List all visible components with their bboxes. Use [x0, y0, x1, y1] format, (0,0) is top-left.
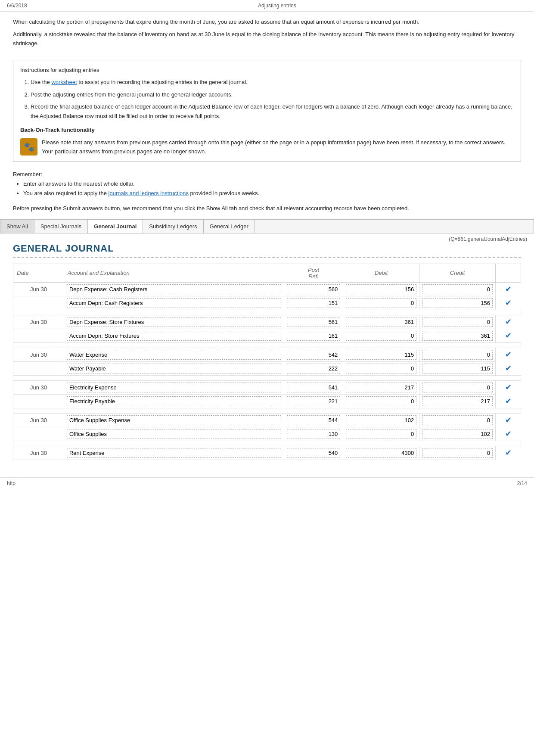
debit-cell[interactable]: [343, 446, 419, 460]
debit-input[interactable]: [346, 284, 416, 294]
post-ref-input[interactable]: [287, 383, 341, 392]
entry-date: Jun 30: [13, 413, 64, 427]
account-input[interactable]: [67, 448, 281, 458]
credit-input[interactable]: [422, 383, 493, 392]
credit-cell[interactable]: [419, 315, 496, 329]
account-cell[interactable]: [64, 427, 284, 441]
post-ref-cell[interactable]: [284, 315, 343, 329]
credit-input[interactable]: [422, 429, 493, 439]
debit-cell[interactable]: [343, 348, 419, 361]
debit-input[interactable]: [346, 331, 416, 341]
account-input[interactable]: [67, 317, 281, 327]
credit-cell[interactable]: [419, 282, 496, 296]
account-input[interactable]: [67, 284, 281, 294]
credit-cell[interactable]: [419, 394, 496, 408]
post-ref-cell[interactable]: [284, 361, 343, 375]
worksheet-link[interactable]: worksheet: [51, 79, 77, 85]
account-input[interactable]: [67, 350, 281, 360]
table-row: Jun 30 ✔: [13, 282, 521, 296]
post-ref-cell[interactable]: [284, 413, 343, 427]
debit-input[interactable]: [346, 383, 416, 392]
credit-input[interactable]: [422, 364, 493, 373]
post-ref-cell[interactable]: [284, 296, 343, 310]
credit-input[interactable]: [422, 317, 493, 327]
tab-general-journal[interactable]: General Journal: [88, 220, 143, 233]
debit-cell[interactable]: [343, 315, 419, 329]
debit-cell[interactable]: [343, 394, 419, 408]
debit-input[interactable]: [346, 317, 416, 327]
account-cell[interactable]: [64, 282, 284, 296]
post-ref-cell[interactable]: [284, 380, 343, 394]
account-input[interactable]: [67, 396, 281, 406]
post-ref-input[interactable]: [287, 317, 341, 327]
credit-cell[interactable]: [419, 296, 496, 310]
tab-subsidiary-ledgers[interactable]: Subsidiary Ledgers: [143, 220, 203, 233]
post-ref-cell[interactable]: [284, 329, 343, 342]
debit-cell[interactable]: [343, 296, 419, 310]
credit-cell[interactable]: [419, 380, 496, 394]
debit-cell[interactable]: [343, 427, 419, 441]
post-ref-input[interactable]: [287, 284, 341, 294]
credit-input[interactable]: [422, 350, 493, 360]
post-ref-cell[interactable]: [284, 348, 343, 361]
account-input[interactable]: [67, 298, 281, 308]
account-cell[interactable]: [64, 413, 284, 427]
debit-cell[interactable]: [343, 380, 419, 394]
credit-input[interactable]: [422, 284, 493, 294]
credit-input[interactable]: [422, 298, 493, 308]
credit-cell[interactable]: [419, 329, 496, 342]
journals-link[interactable]: journals and ledgers instructions: [109, 190, 189, 196]
credit-cell[interactable]: [419, 446, 496, 460]
post-ref-input[interactable]: [287, 331, 341, 341]
credit-cell[interactable]: [419, 427, 496, 441]
debit-cell[interactable]: [343, 282, 419, 296]
credit-input[interactable]: [422, 415, 493, 425]
post-ref-input[interactable]: [287, 396, 341, 406]
account-cell[interactable]: [64, 315, 284, 329]
account-cell[interactable]: [64, 329, 284, 342]
debit-cell[interactable]: [343, 361, 419, 375]
debit-input[interactable]: [346, 364, 416, 373]
debit-input[interactable]: [346, 415, 416, 425]
account-input[interactable]: [67, 331, 281, 341]
credit-input[interactable]: [422, 331, 493, 341]
account-cell[interactable]: [64, 446, 284, 460]
account-input[interactable]: [67, 383, 281, 392]
post-ref-cell[interactable]: [284, 446, 343, 460]
post-ref-input[interactable]: [287, 364, 341, 373]
account-cell[interactable]: [64, 296, 284, 310]
post-ref-input[interactable]: [287, 350, 341, 360]
credit-cell[interactable]: [419, 413, 496, 427]
post-ref-cell[interactable]: [284, 427, 343, 441]
post-ref-cell[interactable]: [284, 394, 343, 408]
post-ref-cell[interactable]: [284, 282, 343, 296]
account-cell[interactable]: [64, 348, 284, 361]
credit-cell[interactable]: [419, 348, 496, 361]
post-ref-input[interactable]: [287, 415, 341, 425]
credit-input[interactable]: [422, 396, 493, 406]
account-input[interactable]: [67, 364, 281, 373]
debit-cell[interactable]: [343, 413, 419, 427]
credit-cell[interactable]: [419, 361, 496, 375]
tab-general-ledger[interactable]: General Ledger: [204, 220, 255, 233]
debit-input[interactable]: [346, 429, 416, 439]
instruction-item-1: Use the worksheet to assist you in recor…: [31, 78, 514, 87]
page-footer: http 2/14: [0, 477, 534, 489]
account-input[interactable]: [67, 429, 281, 439]
account-cell[interactable]: [64, 361, 284, 375]
debit-input[interactable]: [346, 298, 416, 308]
table-row: ✔: [13, 329, 521, 342]
post-ref-input[interactable]: [287, 429, 341, 439]
debit-input[interactable]: [346, 350, 416, 360]
tab-special-journals[interactable]: Special Journals: [34, 220, 88, 233]
post-ref-input[interactable]: [287, 448, 341, 458]
debit-cell[interactable]: [343, 329, 419, 342]
tab-show-all[interactable]: Show All: [0, 220, 34, 233]
credit-input[interactable]: [422, 448, 493, 458]
post-ref-input[interactable]: [287, 298, 341, 308]
account-input[interactable]: [67, 415, 281, 425]
account-cell[interactable]: [64, 394, 284, 408]
debit-input[interactable]: [346, 448, 416, 458]
account-cell[interactable]: [64, 380, 284, 394]
debit-input[interactable]: [346, 396, 416, 406]
